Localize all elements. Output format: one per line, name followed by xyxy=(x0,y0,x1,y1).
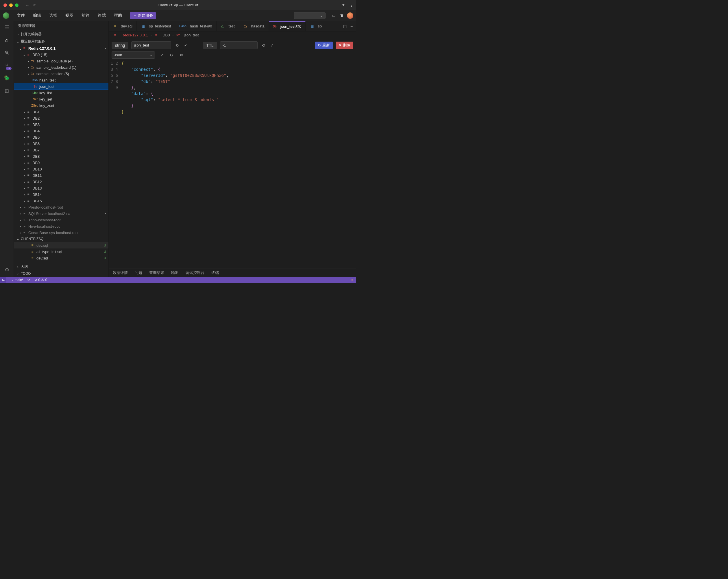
db-row[interactable]: ›≡DB9 xyxy=(14,160,108,166)
key-name-input[interactable] xyxy=(131,41,171,49)
apply-value-icon[interactable]: ✓ xyxy=(159,52,165,59)
menu-select[interactable]: 选择 xyxy=(46,12,61,19)
nav-back[interactable]: ← xyxy=(25,3,29,7)
file-row[interactable]: ≡dev.sqlU xyxy=(14,255,108,261)
code-body[interactable]: { "connect": { "serverId": "gsf9f0eZE3wR… xyxy=(122,60,229,115)
conn-row[interactable]: ›⌁Trino-localhost-root xyxy=(14,217,108,223)
crumb-db[interactable]: DB0 xyxy=(162,33,170,37)
section-todo[interactable]: ›TODO xyxy=(14,270,108,277)
activity-search[interactable]: 🔍︎ xyxy=(3,49,10,56)
db-row[interactable]: ›≡DB14 xyxy=(14,191,108,198)
panel-tab[interactable]: 调试控制台 xyxy=(186,270,204,275)
activity-debug[interactable]: 🪲 xyxy=(3,75,10,82)
activity-explorer[interactable]: ☰ xyxy=(3,24,10,31)
tab-dev-sql[interactable]: ≡dev.sql xyxy=(109,21,137,31)
sync-indicator[interactable]: ⟳ xyxy=(27,278,30,282)
extensions-icon[interactable]: ⧩ xyxy=(342,3,345,7)
new-service-button[interactable]: ＋新建服务 xyxy=(130,12,156,19)
format-select[interactable]: Json⌄ xyxy=(112,51,155,59)
menu-go[interactable]: 前往 xyxy=(78,12,93,19)
file-row[interactable]: ≡init.sqlU xyxy=(14,261,108,263)
panel-tab[interactable]: 数据详情 xyxy=(113,270,128,275)
crumb-key[interactable]: json_test xyxy=(184,33,199,37)
tab-hash-test[interactable]: Hashhash_test@0 xyxy=(175,21,216,31)
delete-button[interactable]: ✕删除 xyxy=(336,42,353,49)
section-outline[interactable]: ›大纲 xyxy=(14,263,108,270)
menu-terminal[interactable]: 终端 xyxy=(94,12,109,19)
layout-bottom-icon[interactable]: ▭ xyxy=(332,13,335,18)
section-open-editors[interactable]: ›打开的编辑器 xyxy=(14,31,108,38)
db-row[interactable]: ›≡DB3 xyxy=(14,121,108,128)
activity-extensions[interactable]: ⊞ xyxy=(3,87,10,94)
panel-tab[interactable]: 问题 xyxy=(135,270,142,275)
code-editor[interactable]: 1 2 3 4 5 6 7 8 9 { "connect": { "server… xyxy=(109,60,356,115)
nav-reload[interactable]: ⟳ xyxy=(33,3,36,7)
tab-json-test[interactable]: Strjson_test@0 xyxy=(269,21,306,31)
branch-indicator[interactable]: ⑂ main* xyxy=(11,278,23,282)
db-row[interactable]: ›≡DB11 xyxy=(14,172,108,178)
tab-more-icon[interactable]: ⋯ xyxy=(349,24,353,28)
activity-settings[interactable]: ⚙ xyxy=(3,266,10,273)
db-row[interactable]: ›≡DB6 xyxy=(14,140,108,147)
ttl-input[interactable] xyxy=(220,41,258,49)
apply-ttl-icon[interactable]: ✓ xyxy=(269,42,275,49)
more-icon[interactable]: ⋮ xyxy=(349,3,353,7)
file-row[interactable]: ≡dev.sqlU xyxy=(14,242,108,248)
folder-row[interactable]: ›🗀sample_session (5) xyxy=(14,71,108,77)
db0[interactable]: ⌄≡DB0 (15) xyxy=(14,51,108,58)
key-json-test[interactable]: Strjson_test xyxy=(14,83,108,89)
db-row[interactable]: ›≡DB12 xyxy=(14,178,108,185)
close-window[interactable] xyxy=(3,3,7,7)
copy-value-icon[interactable]: ⧉ xyxy=(179,51,184,59)
remote-indicator[interactable]: ⇋ xyxy=(0,277,6,282)
key-set[interactable]: Setkey_set xyxy=(14,96,108,102)
menu-help[interactable]: 帮助 xyxy=(110,12,126,19)
db-row[interactable]: ›≡DB4 xyxy=(14,128,108,134)
key-zset[interactable]: ZSetkey_zset xyxy=(14,102,108,109)
layout-side-icon[interactable]: ◨ xyxy=(339,13,343,18)
apply-name-icon[interactable]: ✓ xyxy=(183,42,188,49)
key-hash[interactable]: Hashhash_test xyxy=(14,77,108,83)
undo-ttl-icon[interactable]: ⟲ xyxy=(260,42,266,49)
problems-indicator[interactable]: ⊘ 0 ⚠ 0 xyxy=(34,278,47,282)
conn-row[interactable]: ›⌁OceanBase-sys-localhost-root xyxy=(14,229,108,236)
tab-sp-test[interactable]: ▦sp_test@test xyxy=(137,21,175,31)
maximize-window[interactable] xyxy=(15,3,19,7)
db-row[interactable]: ›≡DB7 xyxy=(14,147,108,153)
refresh-button[interactable]: ⟳刷新 xyxy=(315,42,333,49)
crumb-conn[interactable]: Redis-127.0.0.1 xyxy=(122,33,148,37)
activity-database[interactable]: ⌂ xyxy=(3,37,10,44)
activity-scm[interactable]: ⑂18 xyxy=(3,62,10,69)
conn-redis[interactable]: ⌄≡Redis-127.0.0.1• xyxy=(14,45,108,51)
folder-row[interactable]: ›🗀sample_jobQueue (4) xyxy=(14,58,108,64)
menu-view[interactable]: 视图 xyxy=(62,12,77,19)
key-list[interactable]: Listkey_list xyxy=(14,89,108,96)
db-row[interactable]: ›≡DB2 xyxy=(14,115,108,121)
connection-selector[interactable] xyxy=(294,12,326,19)
conn-row[interactable]: ›⌁Presto-localhost-root xyxy=(14,204,108,210)
tab-test[interactable]: 🗀test xyxy=(216,21,239,31)
panel-tab[interactable]: 终端 xyxy=(211,270,219,275)
panel-tab[interactable]: 输出 xyxy=(171,270,179,275)
db-row[interactable]: ›≡DB13 xyxy=(14,185,108,191)
db-row[interactable]: ›≡DB8 xyxy=(14,153,108,160)
section-recent[interactable]: ⌄最近使用的服务 xyxy=(14,38,108,45)
db-row[interactable]: ›≡DB5 xyxy=(14,134,108,140)
db-row[interactable]: ›≡DB10 xyxy=(14,166,108,172)
tab-sp[interactable]: ▦sp_ xyxy=(306,21,328,31)
minimize-window[interactable] xyxy=(9,3,13,7)
notifications-icon[interactable]: ⊕ xyxy=(350,278,353,282)
user-avatar[interactable] xyxy=(347,12,353,19)
section-project[interactable]: ⌄CLIENTBIZSQL xyxy=(14,236,108,242)
undo-name-icon[interactable]: ⟲ xyxy=(174,42,180,49)
split-editor-icon[interactable]: ◫ xyxy=(343,24,347,28)
tab-hasdata[interactable]: 🗀hasdata xyxy=(239,21,269,31)
conn-row[interactable]: ›⌁Hive-localhost-root xyxy=(14,223,108,229)
folder-row[interactable]: ›🗀sample_leaderboard (1) xyxy=(14,64,108,71)
conn-row[interactable]: ›⌁SQLServer-localhost2-sa• xyxy=(14,210,108,217)
menu-edit[interactable]: 编辑 xyxy=(29,12,45,19)
db-row[interactable]: ›≡DB1 xyxy=(14,109,108,115)
file-row[interactable]: ≡all_type_init.sqlU xyxy=(14,248,108,255)
db-row[interactable]: ›≡DB15 xyxy=(14,198,108,204)
menu-file[interactable]: 文件 xyxy=(13,12,28,19)
